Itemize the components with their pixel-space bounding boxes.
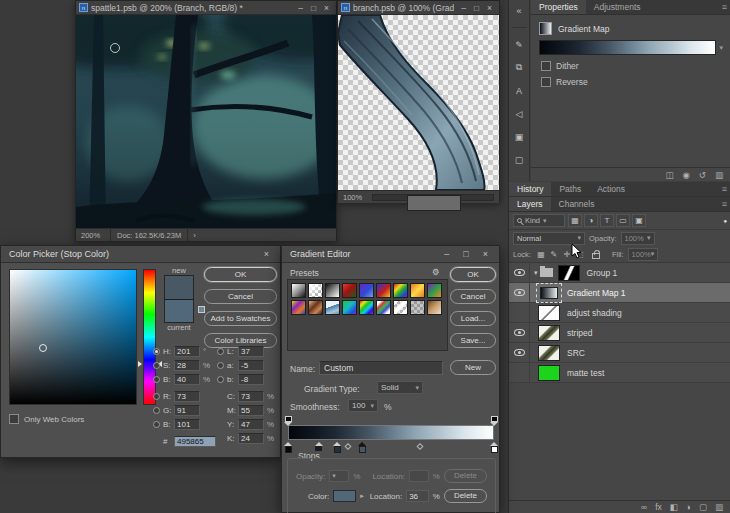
ok-button[interactable]: OK	[204, 267, 277, 282]
gear-icon[interactable]: ⚙	[432, 267, 440, 277]
gradient-editor-titlebar[interactable]: Gradient Editor – □ ×	[282, 246, 499, 263]
character-panel-icon[interactable]: A	[511, 82, 528, 99]
cancel-button[interactable]: Cancel	[450, 289, 496, 304]
gradient-preset-foreground-to-transparent[interactable]	[308, 283, 323, 298]
field-radio[interactable]	[153, 421, 160, 428]
gradient-bar[interactable]	[288, 425, 494, 440]
color-stop[interactable]	[284, 442, 292, 453]
hue-slider-arrow-left[interactable]	[138, 361, 142, 367]
maximize-icon[interactable]: □	[470, 3, 483, 13]
layer-visibility-toggle[interactable]	[509, 363, 530, 382]
layer-visibility-toggle[interactable]	[509, 343, 530, 362]
maximize-icon[interactable]: □	[307, 3, 320, 13]
panel-menu-icon[interactable]: ≡	[718, 182, 730, 196]
filter-shape-layers-icon[interactable]: ▭	[616, 214, 630, 227]
notes-panel-icon[interactable]: ◁	[511, 105, 528, 122]
minimize-icon[interactable]: –	[294, 3, 307, 13]
gradient-preset-yellow-violet-orange-blue[interactable]	[291, 300, 306, 315]
only-web-colors-checkbox[interactable]	[9, 414, 19, 424]
window1-titlebar[interactable]: n spattle1.psb @ 200% (Branch, RGB/8) * …	[76, 1, 336, 15]
gradient-preset-green-cyan-blue[interactable]	[342, 300, 357, 315]
gradient-type-dropdown[interactable]: Solid ▾	[377, 381, 423, 394]
midpoint-diamond[interactable]	[344, 443, 351, 450]
field-value-input[interactable]: -5	[238, 360, 264, 371]
gradient-name-input[interactable]: Custom	[319, 361, 443, 375]
field-value-input[interactable]: 73	[174, 391, 200, 402]
layer-style-icon[interactable]: fx	[655, 502, 662, 512]
tab-paths[interactable]: Paths	[551, 182, 589, 196]
gradient-preset-black-to-white[interactable]	[325, 283, 340, 298]
minimize-icon[interactable]: –	[457, 3, 470, 13]
saturation-field[interactable]	[9, 269, 137, 405]
layer-thumbnail[interactable]	[538, 325, 560, 341]
gradient-preset-copper[interactable]	[308, 300, 323, 315]
color-stop[interactable]	[358, 442, 366, 453]
gradient-preview[interactable]	[539, 40, 716, 55]
field-value-input[interactable]: 201	[174, 346, 200, 357]
chevron-down-icon[interactable]: ▾	[719, 44, 723, 52]
close-icon[interactable]: ×	[320, 3, 333, 13]
field-value-input[interactable]: 24	[238, 433, 264, 444]
zoom-level-field[interactable]: 200%	[81, 231, 105, 240]
field-value-input[interactable]: 55	[238, 405, 264, 416]
forest-canvas[interactable]	[76, 15, 336, 228]
libraries-panel-icon[interactable]: ▣	[511, 128, 528, 145]
panel-menu-icon[interactable]: ≡	[718, 0, 730, 14]
clip-to-layer-icon[interactable]: ◫	[665, 170, 673, 180]
layer-visibility-toggle[interactable]	[509, 263, 530, 282]
delete-adjustment-icon[interactable]: ▥	[715, 170, 723, 180]
group-mask-thumbnail[interactable]	[558, 265, 580, 281]
field-value-input[interactable]: 40	[174, 374, 200, 385]
field-value-input[interactable]: 73	[238, 391, 264, 402]
filter-smart-objects-icon[interactable]: ▣	[632, 214, 646, 227]
filter-adjustment-layers-icon[interactable]: ◑	[584, 214, 598, 227]
opacity-stop[interactable]	[490, 416, 498, 426]
opacity-stop[interactable]	[284, 416, 292, 426]
gradient-preset-red-to-green[interactable]	[342, 283, 357, 298]
color-stop[interactable]	[490, 442, 498, 453]
color-picker-titlebar[interactable]: Color Picker (Stop Color) ×	[1, 246, 280, 263]
close-icon[interactable]: ×	[480, 249, 491, 259]
field-radio[interactable]	[217, 376, 224, 383]
close-icon[interactable]: ×	[483, 3, 496, 13]
gradient-preset-foreground-to-background[interactable]	[291, 283, 306, 298]
lock-transparency-icon[interactable]: ▦	[535, 248, 547, 260]
field-value-input[interactable]: 495865	[174, 436, 216, 447]
smoothness-field[interactable]: 100 ▾	[348, 399, 378, 412]
gradient-preset-orange-yellow-orange[interactable]	[410, 283, 425, 298]
field-radio[interactable]	[153, 376, 160, 383]
layer-row-gradient-map-1[interactable]: Gradient Map 1	[509, 283, 730, 303]
delete-color-stop-button[interactable]: Delete	[444, 489, 487, 503]
layer-visibility-toggle[interactable]	[509, 323, 530, 342]
field-radio[interactable]	[153, 348, 160, 355]
gradient-preset-violet-green-orange[interactable]	[427, 283, 442, 298]
current-color-swatch[interactable]	[164, 299, 194, 323]
reverse-checkbox[interactable]	[541, 77, 551, 87]
gradient-preset-spectrum-diagonal[interactable]	[393, 283, 408, 298]
maximize-icon[interactable]: □	[460, 249, 471, 259]
triangle-right-icon[interactable]: ▸	[360, 492, 364, 500]
load-button[interactable]: Load...	[450, 311, 496, 326]
ok-button[interactable]: OK	[450, 267, 496, 282]
layer-thumbnail[interactable]	[538, 345, 560, 361]
collapse-panels-icon[interactable]: «	[511, 2, 528, 19]
layer-row-adjust-shading[interactable]: adjust shading	[509, 303, 730, 323]
field-radio[interactable]	[153, 393, 160, 400]
link-layers-icon[interactable]: ∞	[641, 502, 647, 512]
opacity-field[interactable]: 100% ▾	[621, 232, 655, 245]
filter-toggle-icon[interactable]: ●	[723, 218, 727, 224]
field-value-input[interactable]: 37	[238, 346, 264, 357]
field-radio[interactable]	[153, 362, 160, 369]
minimize-icon[interactable]: –	[441, 249, 452, 259]
layer-row-matte-test[interactable]: matte test	[509, 363, 730, 383]
gradient-preset-transparent-stripes[interactable]	[393, 300, 408, 315]
delete-layer-icon[interactable]: ▥	[715, 502, 723, 512]
lock-all-icon[interactable]	[590, 248, 602, 260]
tab-properties[interactable]: Properties	[531, 0, 586, 14]
branch-canvas[interactable]	[338, 15, 499, 190]
tab-adjustments[interactable]: Adjustments	[586, 0, 649, 14]
field-value-input[interactable]: -8	[238, 374, 264, 385]
tab-channels[interactable]: Channels	[551, 197, 603, 211]
new-adjustment-layer-icon[interactable]: ◑	[686, 502, 691, 512]
stop-color-swatch[interactable]	[333, 490, 356, 502]
